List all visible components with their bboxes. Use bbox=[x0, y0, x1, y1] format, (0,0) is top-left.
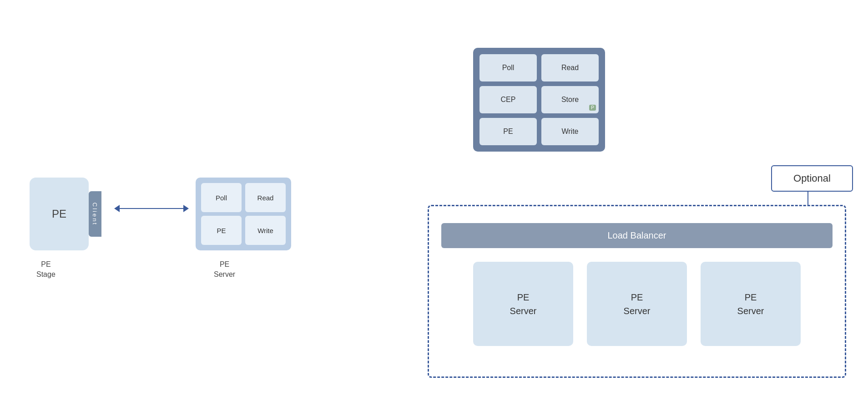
cell-cep-tr: CEP bbox=[479, 86, 537, 113]
pe-server-2-label: PEServer bbox=[624, 290, 651, 318]
top-right-component-grid: Poll Read CEP Store P PE Write bbox=[473, 48, 605, 152]
bidirectional-arrow bbox=[111, 208, 192, 209]
pe-server-1-label: PEServer bbox=[510, 290, 537, 318]
pe-stage-box: PE bbox=[30, 178, 89, 250]
cell-store-tr: Store P bbox=[541, 86, 599, 113]
pe-servers-row: PEServer PEServer PEServer bbox=[441, 262, 833, 346]
pe-server-3-label: PEServer bbox=[737, 290, 764, 318]
pe-server-small-label: PEServer bbox=[214, 259, 235, 280]
optional-connector-vertical bbox=[807, 192, 808, 205]
optional-box: Optional bbox=[771, 165, 853, 192]
store-badge: P bbox=[589, 105, 596, 111]
pe-server-small-grid: Poll Read PE Write bbox=[196, 178, 291, 250]
pe-server-box-1: PEServer bbox=[473, 262, 573, 346]
arrow-right-head bbox=[183, 205, 189, 212]
cell-pe: PE bbox=[201, 216, 242, 245]
pe-stage-label: PEStage bbox=[36, 259, 56, 280]
cell-poll-tr: Poll bbox=[479, 54, 537, 81]
pe-server-box-2: PEServer bbox=[587, 262, 687, 346]
optional-label: Optional bbox=[793, 173, 831, 184]
cell-write-tr: Write bbox=[541, 118, 599, 145]
cell-read-tr: Read bbox=[541, 54, 599, 81]
load-balancer-bar: Load Balancer bbox=[441, 223, 833, 248]
load-balancer-label: Load Balancer bbox=[608, 230, 666, 241]
cell-poll: Poll bbox=[201, 183, 242, 212]
pe-server-box-3: PEServer bbox=[701, 262, 801, 346]
client-label: Client bbox=[92, 202, 99, 225]
cell-write: Write bbox=[245, 216, 286, 245]
cell-read: Read bbox=[245, 183, 286, 212]
client-tab: Client bbox=[89, 191, 101, 237]
arrow-left-head bbox=[114, 205, 120, 212]
cell-pe-tr: PE bbox=[479, 118, 537, 145]
pe-label: PE bbox=[52, 208, 66, 220]
